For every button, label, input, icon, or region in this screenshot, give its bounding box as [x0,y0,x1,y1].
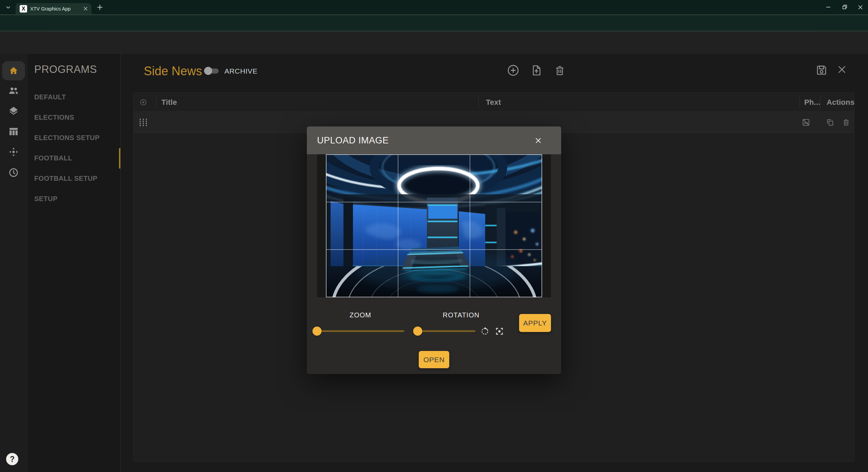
column-header-actions[interactable]: Actions [827,98,854,107]
sidebar-item-setup[interactable]: SETUP [27,189,120,209]
sidebar-item-elections-setup[interactable]: ELECTIONS SETUP [27,127,120,148]
browser-toolbar: app.xtvgraphics.com/demo/dashboard/ [0,14,868,32]
row-no-image-icon[interactable] [802,118,810,127]
row-duplicate-icon[interactable] [826,118,834,126]
open-button[interactable]: OPEN [419,351,449,368]
sidebar-item-football-setup[interactable]: FOOTBALL SETUP [27,168,120,189]
grid-line [327,249,541,250]
app-header: XTV Dashboard S [0,32,868,54]
browser-tabstrip: X XTV Graphics App [0,0,868,14]
new-tab-button[interactable] [96,3,104,11]
rail-home-icon[interactable] [2,61,25,80]
zoom-slider-label: ZOOM [340,311,381,319]
row-delete-icon[interactable] [842,118,850,126]
rail-table-icon[interactable] [8,126,19,137]
tab-favicon: X [20,5,27,13]
screen: X XTV Graphics App [0,0,868,472]
dialog-title: UPLOAD IMAGE [317,135,389,146]
page-title: Side News [144,64,202,78]
dialog-header: UPLOAD IMAGE [307,126,561,154]
help-button[interactable]: ? [6,453,18,465]
add-item-button[interactable] [507,64,519,77]
rail-layers-icon[interactable] [8,105,19,116]
table-header-row: Title Text Ph... Actions [134,93,854,112]
column-header-text[interactable]: Text [486,98,501,107]
image-cropper[interactable] [317,154,551,297]
sidebar-item-default[interactable]: DEFAULT [27,87,120,107]
crop-grid-overlay [326,154,542,297]
apply-button[interactable]: APPLY [519,314,551,332]
dialog-close-icon[interactable] [533,135,543,145]
browser-tab[interactable]: X XTV Graphics App [16,3,92,14]
tab-search-chevron-icon[interactable] [3,3,13,12]
rotation-slider[interactable] [418,327,475,336]
column-divider [156,96,157,109]
window-close-button[interactable] [852,0,868,14]
header-add-circle-icon[interactable] [140,99,147,106]
grid-line [470,155,470,297]
sidebar-programs: PROGRAMS DEFAULT ELECTIONS ELECTIONS SET… [27,54,121,472]
rail-move-icon[interactable] [8,146,19,157]
sidebar-item-elections[interactable]: ELECTIONS [27,107,120,127]
grid-line [398,155,398,297]
save-button[interactable] [815,64,828,76]
column-divider [478,96,479,109]
zoom-slider[interactable] [317,327,404,336]
column-header-title[interactable]: Title [161,98,177,107]
column-divider [800,96,800,109]
tab-close-icon[interactable] [83,6,88,12]
nav-rail: ? [0,54,27,472]
drag-handle-icon[interactable] [139,118,148,127]
archive-label: ARCHIVE [224,67,258,75]
archive-toggle-thumb[interactable] [204,67,212,75]
rotate-icon[interactable] [480,326,490,336]
center-focus-icon[interactable] [494,326,505,336]
upload-file-button[interactable] [530,64,542,77]
sidebar-active-indicator [119,148,120,169]
window-restore-button[interactable] [837,0,852,14]
window-minimize-button[interactable] [821,0,836,14]
sidebar-section-title: PROGRAMS [34,63,97,76]
rail-people-icon[interactable] [8,85,19,96]
column-header-photo[interactable]: Ph... [804,98,820,107]
column-divider [820,96,821,109]
sidebar-item-football[interactable]: FOOTBALL [27,148,120,168]
zoom-slider-track[interactable] [317,330,404,332]
rotation-slider-label: ROTATION [441,311,481,319]
delete-items-button[interactable] [554,64,566,77]
rotation-slider-track[interactable] [418,330,475,332]
tab-title: XTV Graphics App [30,6,81,12]
close-page-button[interactable] [836,64,847,75]
rotation-slider-thumb[interactable] [413,327,422,336]
rail-clock-icon[interactable] [8,167,19,178]
upload-image-dialog: UPLOAD IMAGE [307,126,561,374]
zoom-slider-thumb[interactable] [313,327,322,336]
grid-line [327,202,541,202]
